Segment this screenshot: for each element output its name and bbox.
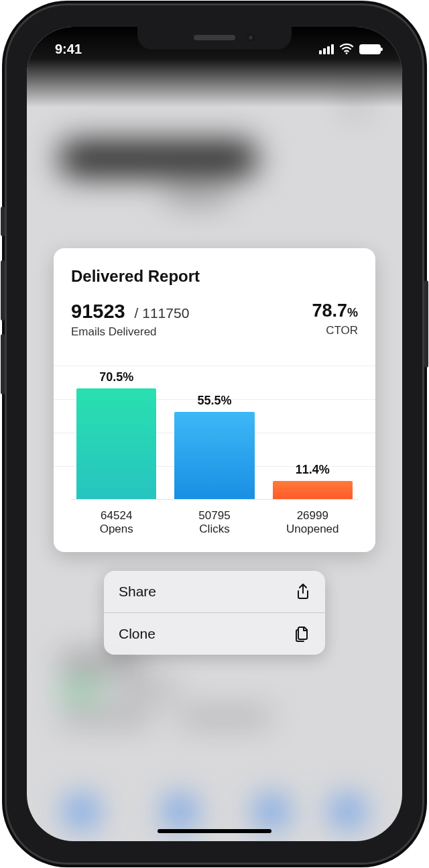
xlabel-unopened: 26999 Unopened (273, 509, 353, 536)
wifi-icon (339, 42, 354, 56)
phone-frame: 9:41 (7, 5, 422, 863)
ctor-value: 78.7% (312, 302, 358, 320)
report-card[interactable]: Delivered Report 91523 / 111750 Emails D… (54, 248, 375, 552)
mute-switch (1, 207, 5, 236)
share-button[interactable]: Share (104, 571, 325, 613)
bar-unopened[interactable]: 11.4% (273, 463, 353, 499)
xlabel-clicks: 50795 Clicks (174, 509, 254, 536)
home-indicator[interactable] (158, 829, 271, 833)
clone-button[interactable]: Clone (104, 613, 325, 655)
documents-icon (294, 625, 310, 643)
delivered-value: 91523 (71, 301, 125, 322)
bar-opens-percent: 70.5% (99, 370, 133, 384)
bar-opens-rect (76, 388, 156, 499)
cellular-icon (319, 44, 334, 54)
bar-chart: 70.5% 55.5% 11.4% (71, 366, 358, 536)
xlabel-opens: 64524 Opens (76, 509, 156, 536)
status-time: 9:41 (55, 42, 82, 57)
clone-label: Clone (119, 626, 156, 642)
svg-point-0 (346, 52, 348, 54)
ctor-label: CTOR (312, 324, 358, 337)
volume-down (1, 334, 5, 394)
card-title: Delivered Report (71, 267, 358, 286)
delivered-total: 111750 (142, 305, 189, 321)
battery-icon (359, 44, 381, 54)
bar-opens[interactable]: 70.5% (76, 370, 156, 499)
delivered-label: Emails Delivered (71, 325, 189, 339)
screen: 9:41 (27, 27, 402, 841)
power-button (424, 280, 428, 368)
bar-clicks-rect (174, 412, 254, 499)
volume-up (1, 260, 5, 321)
context-menu: Share Clone (104, 571, 325, 655)
notch (137, 27, 292, 50)
share-icon (296, 583, 310, 600)
share-label: Share (119, 584, 156, 600)
delivered-count: 91523 / 111750 (71, 302, 189, 321)
bar-clicks[interactable]: 55.5% (174, 394, 254, 499)
bar-clicks-percent: 55.5% (197, 394, 231, 408)
bar-unopened-rect (273, 481, 353, 499)
bar-unopened-percent: 11.4% (296, 463, 330, 477)
